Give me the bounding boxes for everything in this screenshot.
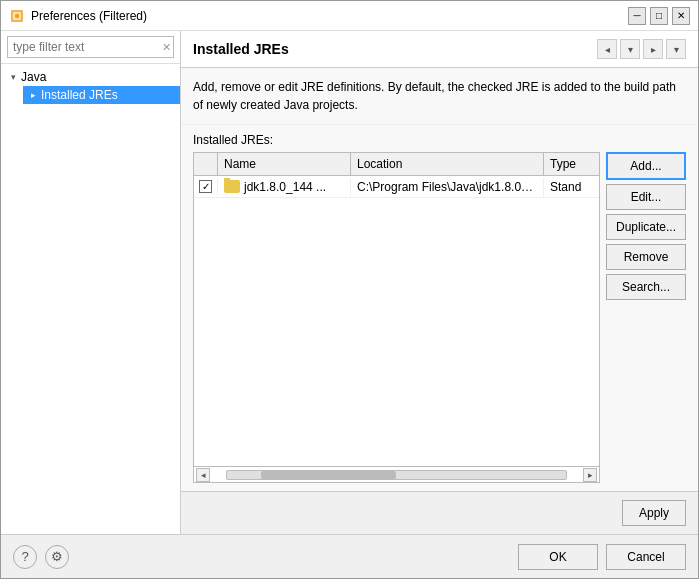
nav-dropdown2-button[interactable]: ▾	[666, 39, 686, 59]
jre-scrollbar-area: ◂ ▸	[194, 466, 599, 482]
h-scroll-track[interactable]	[226, 470, 567, 480]
apply-button[interactable]: Apply	[622, 500, 686, 526]
bottom-right: OK Cancel	[518, 544, 686, 570]
title-bar-controls: ─ □ ✕	[628, 7, 690, 25]
jre-action-buttons: Add... Edit... Duplicate... Remove Searc…	[606, 152, 686, 483]
java-label: Java	[21, 70, 46, 84]
search-button[interactable]: Search...	[606, 274, 686, 300]
minimize-button[interactable]: ─	[628, 7, 646, 25]
table-row[interactable]: ✓ jdk1.8.0_144 ... C:\Program Files\Java…	[194, 176, 599, 198]
cancel-button[interactable]: Cancel	[606, 544, 686, 570]
window-icon	[9, 8, 25, 24]
installed-jres-arrow: ▸	[27, 89, 39, 101]
row-type: Stand	[544, 178, 599, 196]
h-scroll-thumb	[261, 471, 397, 479]
checkbox-checked[interactable]: ✓	[199, 180, 212, 193]
panel-description: Add, remove or edit JRE definitions. By …	[181, 68, 698, 125]
nav-back-button[interactable]: ◂	[597, 39, 617, 59]
bottom-left: ? ⚙	[13, 545, 69, 569]
preferences-window: Preferences (Filtered) ─ □ ✕ ✕ ▾ Java	[0, 0, 699, 579]
jre-table-body: ✓ jdk1.8.0_144 ... C:\Program Files\Java…	[194, 176, 599, 466]
main-panel: Installed JREs ◂ ▾ ▸ ▾ Add, remove or ed…	[181, 31, 698, 534]
th-name: Name	[218, 153, 351, 175]
row-location: C:\Program Files\Java\jdk1.8.0_...	[351, 178, 544, 196]
nav-forward-button[interactable]: ▸	[643, 39, 663, 59]
jre-table-area: Name Location Type ✓	[193, 152, 686, 483]
nav-dropdown1-button[interactable]: ▾	[620, 39, 640, 59]
help-button[interactable]: ?	[13, 545, 37, 569]
tree-section: ▾ Java ▸ Installed JREs	[1, 64, 180, 108]
th-location: Location	[351, 153, 544, 175]
bottom-bar: ? ⚙ OK Cancel	[1, 534, 698, 578]
row-name-text: jdk1.8.0_144 ...	[244, 180, 326, 194]
window-title: Preferences (Filtered)	[31, 9, 147, 23]
sidebar-item-installed-jres[interactable]: ▸ Installed JREs	[23, 86, 180, 104]
maximize-button[interactable]: □	[650, 7, 668, 25]
row-checkbox[interactable]: ✓	[194, 178, 218, 195]
close-button[interactable]: ✕	[672, 7, 690, 25]
duplicate-button[interactable]: Duplicate...	[606, 214, 686, 240]
panel-header: Installed JREs ◂ ▾ ▸ ▾	[181, 31, 698, 68]
filter-input-wrapper: ✕	[7, 36, 174, 58]
installed-jres-label: Installed JREs	[41, 88, 118, 102]
tree-child-installed-jres: ▸ Installed JREs	[1, 86, 180, 104]
sidebar: ✕ ▾ Java ▸ Installed JREs	[1, 31, 181, 534]
title-bar-left: Preferences (Filtered)	[9, 8, 147, 24]
jre-icon	[224, 180, 240, 193]
title-bar: Preferences (Filtered) ─ □ ✕	[1, 1, 698, 31]
main-content: ✕ ▾ Java ▸ Installed JREs Installed J	[1, 31, 698, 534]
footer-apply-bar: Apply	[181, 491, 698, 534]
ok-button[interactable]: OK	[518, 544, 598, 570]
section-label: Installed JREs:	[193, 133, 686, 147]
filter-input[interactable]	[7, 36, 174, 58]
settings-button[interactable]: ⚙	[45, 545, 69, 569]
th-checkbox	[194, 153, 218, 175]
filter-clear-icon[interactable]: ✕	[162, 41, 171, 54]
panel-title: Installed JREs	[193, 41, 289, 57]
java-expand-arrow: ▾	[7, 71, 19, 83]
scroll-left-arrow[interactable]: ◂	[196, 468, 210, 482]
th-type: Type	[544, 153, 599, 175]
tree-item-java[interactable]: ▾ Java	[1, 68, 180, 86]
edit-button[interactable]: Edit...	[606, 184, 686, 210]
panel-content: Installed JREs: Name Location Type	[181, 125, 698, 491]
svg-rect-2	[15, 14, 19, 18]
add-button[interactable]: Add...	[606, 152, 686, 180]
filter-bar: ✕	[1, 31, 180, 64]
row-name: jdk1.8.0_144 ...	[218, 178, 351, 196]
panel-nav: ◂ ▾ ▸ ▾	[597, 39, 686, 59]
jre-table-wrapper: Name Location Type ✓	[193, 152, 600, 483]
remove-button[interactable]: Remove	[606, 244, 686, 270]
scroll-right-arrow[interactable]: ▸	[583, 468, 597, 482]
jre-table-header: Name Location Type	[194, 153, 599, 176]
